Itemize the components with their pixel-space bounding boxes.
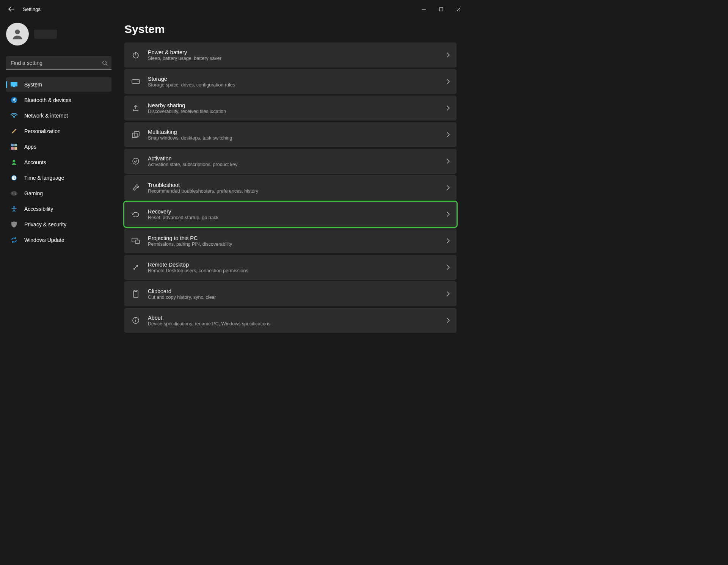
clock-icon: [11, 174, 17, 181]
card-about[interactable]: About Device specifications, rename PC, …: [124, 308, 457, 333]
card-subtitle: Snap windows, desktops, task switching: [148, 135, 439, 141]
svg-point-18: [13, 206, 15, 208]
svg-point-2: [103, 61, 106, 64]
wrench-icon: [131, 184, 140, 191]
svg-point-21: [138, 81, 138, 82]
card-title: Multitasking: [148, 129, 439, 135]
nav-label: Privacy & security: [24, 221, 66, 228]
nav-item-apps[interactable]: Apps: [6, 140, 111, 154]
nav-label: Accessibility: [24, 206, 53, 212]
svg-point-15: [12, 193, 13, 193]
svg-rect-7: [11, 144, 14, 146]
search-input[interactable]: [6, 56, 111, 70]
chevron-right-icon: [447, 105, 450, 111]
nav-item-network[interactable]: Network & internet: [6, 108, 111, 123]
nav-item-accounts[interactable]: Accounts: [6, 155, 111, 170]
chevron-right-icon: [447, 79, 450, 84]
card-title: About: [148, 315, 439, 321]
card-subtitle: Remote Desktop users, connection permiss…: [148, 268, 439, 273]
search-icon: [102, 60, 108, 66]
multitask-icon: [131, 131, 140, 138]
card-title: Clipboard: [148, 288, 439, 294]
nav-item-system[interactable]: System: [6, 77, 111, 92]
card-title: Activation: [148, 155, 439, 162]
card-recovery[interactable]: Recovery Reset, advanced startup, go bac…: [124, 202, 457, 227]
nav-item-time[interactable]: Time & language: [6, 171, 111, 185]
card-activation[interactable]: Activation Activation state, subscriptio…: [124, 149, 457, 174]
person-icon: [11, 27, 24, 41]
card-title: Storage: [148, 76, 439, 82]
card-storage[interactable]: Storage Storage space, drives, configura…: [124, 69, 457, 94]
chevron-right-icon: [447, 318, 450, 323]
card-remote[interactable]: Remote Desktop Remote Desktop users, con…: [124, 255, 457, 280]
project-icon: [131, 238, 140, 244]
nav-item-update[interactable]: Windows Update: [6, 233, 111, 247]
svg-point-24: [133, 158, 139, 164]
remote-icon: [131, 264, 140, 271]
card-projecting[interactable]: Projecting to this PC Permissions, pairi…: [124, 228, 457, 253]
nav-item-privacy[interactable]: Privacy & security: [6, 217, 111, 232]
card-nearby[interactable]: Nearby sharing Discoverability, received…: [124, 96, 457, 121]
svg-point-11: [13, 160, 16, 163]
card-subtitle: Activation state, subscriptions, product…: [148, 162, 439, 167]
svg-rect-9: [11, 147, 14, 150]
card-troubleshoot[interactable]: Troubleshoot Recommended troubleshooters…: [124, 175, 457, 200]
svg-rect-0: [439, 8, 443, 11]
nav-item-accessibility[interactable]: Accessibility: [6, 202, 111, 216]
card-subtitle: Device specifications, rename PC, Window…: [148, 321, 439, 326]
nav-label: Bluetooth & devices: [24, 97, 71, 103]
card-subtitle: Discoverability, received files location: [148, 109, 439, 114]
svg-rect-10: [14, 147, 17, 150]
svg-point-6: [14, 117, 15, 118]
chevron-right-icon: [447, 159, 450, 164]
window-controls: [415, 0, 467, 18]
back-arrow-icon: [8, 6, 14, 12]
back-button[interactable]: [8, 5, 15, 13]
info-icon: [131, 317, 140, 324]
card-title: Projecting to this PC: [148, 235, 439, 241]
card-multitasking[interactable]: Multitasking Snap windows, desktops, tas…: [124, 122, 457, 147]
minimize-button[interactable]: [415, 0, 432, 18]
card-subtitle: Recommended troubleshooters, preferences…: [148, 188, 439, 194]
svg-rect-23: [134, 132, 139, 136]
nav-label: Gaming: [24, 190, 43, 196]
shield-icon: [11, 221, 17, 228]
search-box[interactable]: [6, 56, 111, 70]
share-icon: [131, 104, 140, 112]
chevron-right-icon: [447, 238, 450, 243]
chevron-right-icon: [447, 212, 450, 217]
nav-label: System: [24, 82, 42, 88]
titlebar: Settings: [0, 0, 467, 18]
system-icon: [11, 81, 17, 88]
profile-name-redacted: [34, 30, 57, 39]
chevron-right-icon: [447, 291, 450, 297]
nav-item-gaming[interactable]: Gaming: [6, 186, 111, 201]
avatar: [6, 23, 29, 46]
svg-rect-3: [11, 82, 17, 86]
svg-point-14: [11, 191, 17, 196]
chevron-right-icon: [447, 185, 450, 190]
close-button[interactable]: [450, 0, 467, 18]
nav-item-personalization[interactable]: Personalization: [6, 124, 111, 138]
close-icon: [457, 7, 461, 11]
brush-icon: [11, 128, 17, 135]
bluetooth-icon: [11, 97, 17, 104]
nav-item-bluetooth[interactable]: Bluetooth & devices: [6, 93, 111, 107]
chevron-right-icon: [447, 265, 450, 270]
maximize-icon: [439, 7, 443, 11]
card-power[interactable]: Power & battery Sleep, battery usage, ba…: [124, 42, 457, 67]
svg-rect-4: [13, 86, 15, 87]
maximize-button[interactable]: [432, 0, 450, 18]
update-icon: [11, 237, 17, 243]
nav-label: Personalization: [24, 128, 61, 134]
profile-section[interactable]: [6, 23, 111, 46]
svg-point-30: [135, 319, 136, 319]
storage-icon: [131, 79, 140, 84]
svg-rect-26: [135, 240, 140, 243]
svg-point-17: [15, 194, 16, 195]
nav-label: Apps: [24, 144, 36, 150]
card-clipboard[interactable]: Clipboard Cut and copy history, sync, cl…: [124, 281, 457, 306]
accessibility-icon: [11, 206, 17, 212]
svg-rect-8: [14, 144, 17, 146]
card-title: Troubleshoot: [148, 182, 439, 188]
